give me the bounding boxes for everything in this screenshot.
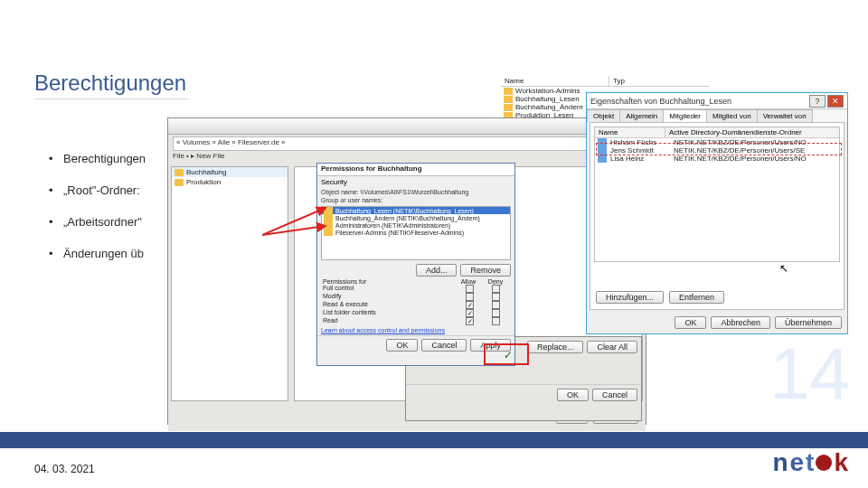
clear-all-button[interactable]: Clear All xyxy=(587,341,637,353)
help-button[interactable]: ? xyxy=(809,95,826,108)
bullet-item: Änderungen üb xyxy=(49,247,146,260)
user-icon xyxy=(598,155,607,163)
groups-label: Group or user names: xyxy=(317,196,514,204)
perm-col-allow: Allow xyxy=(455,278,482,285)
tab-verwaltet-von[interactable]: Verwaltet von xyxy=(757,109,813,122)
tab-security[interactable]: Security xyxy=(317,176,514,188)
col-name[interactable]: Name xyxy=(501,76,609,86)
user-icon xyxy=(598,146,607,155)
replace-button[interactable]: Replace... xyxy=(527,341,584,353)
tab-mitglieder[interactable]: Mitglieder xyxy=(663,109,707,122)
perm-col-deny: Deny xyxy=(482,278,509,285)
table-row[interactable]: Jens SchmidtNETIK.NET/KBZ/DE/Personen/Us… xyxy=(595,146,839,155)
deny-checkbox[interactable] xyxy=(492,309,500,317)
deny-checkbox[interactable] xyxy=(492,317,500,325)
window-titlebar[interactable] xyxy=(168,118,646,135)
group-item[interactable]: Buchhaltung_Ändern (NETIK\Buchhaltung_Än… xyxy=(322,214,510,221)
window-titlebar[interactable]: Eigenschaften von Buchhaltung_Lesen ? ✕ xyxy=(587,93,847,109)
folder-icon xyxy=(175,179,184,186)
page-number: 14 xyxy=(769,333,850,416)
allow-checkbox[interactable] xyxy=(466,285,474,293)
cancel-button[interactable]: Abbrechen xyxy=(711,316,770,329)
bullet-item: „Root"-Ordner: xyxy=(49,183,146,197)
group-icon xyxy=(324,207,333,214)
group-icon xyxy=(504,88,513,95)
dialog-title: Eigenschaften von Buchhaltung_Lesen xyxy=(590,97,731,106)
apply-button[interactable]: Übernehmen xyxy=(775,316,842,329)
col-path[interactable]: Active Directory-Domänendienste-Ordner xyxy=(665,127,806,137)
allow-checkbox[interactable]: ✓ xyxy=(466,309,474,317)
folder-item[interactable]: Buchhaltung xyxy=(172,167,288,177)
logo-dot-icon xyxy=(816,455,832,471)
deny-checkbox[interactable] xyxy=(492,293,500,301)
group-item[interactable]: Buchhaltung_Lesen (NETIK\Buchhaltung_Les… xyxy=(322,207,510,214)
logo: netk xyxy=(772,448,848,477)
add-button[interactable]: Hinzufügen... xyxy=(596,291,664,304)
group-icon xyxy=(324,221,333,229)
allow-checkbox[interactable] xyxy=(466,293,474,301)
deny-checkbox[interactable] xyxy=(492,301,500,309)
group-icon xyxy=(504,96,513,103)
bullet-list: Berechtigungen „Root"-Ordner: „Arbeitsor… xyxy=(49,152,146,278)
close-button[interactable]: ✕ xyxy=(827,95,844,108)
footer-bar xyxy=(0,432,868,448)
col-name[interactable]: Name xyxy=(595,127,665,137)
ok-button[interactable]: OK xyxy=(675,316,706,329)
tab-allgemein[interactable]: Allgemein xyxy=(619,109,664,122)
user-icon xyxy=(598,138,607,146)
group-icon xyxy=(324,229,333,236)
table-row[interactable]: Hicham FüchsNETIK.NET/KBZ/DE/Personen/Us… xyxy=(595,138,839,146)
cancel-button[interactable]: Cancel xyxy=(592,389,637,401)
members-table[interactable]: NameActive Directory-Domänendienste-Ordn… xyxy=(594,127,840,262)
allow-checkbox[interactable]: ✓ xyxy=(466,317,474,325)
annotation-highlight-box: ✓ xyxy=(484,343,529,365)
table-row[interactable]: Lisa HeinzNETIK.NET/KBZ/DE/Personen/User… xyxy=(595,155,839,163)
slide-date: 04. 03. 2021 xyxy=(34,463,95,475)
tabs: Objekt Allgemein Mitglieder Mitglied von… xyxy=(587,109,847,122)
properties-dialog: Eigenschaften von Buchhaltung_Lesen ? ✕ … xyxy=(586,92,848,334)
checkmark-icon: ✓ xyxy=(504,349,513,361)
groups-listbox[interactable]: Buchhaltung_Lesen (NETIK\Buchhaltung_Les… xyxy=(321,206,511,260)
dialog-title[interactable]: Permissions for Buchhaltung xyxy=(317,164,514,176)
perm-row: List folder contents✓ xyxy=(317,309,514,317)
perm-col-name: Permissions for xyxy=(323,278,455,285)
perm-row: Modify xyxy=(317,293,514,301)
cursor-icon: ↖ xyxy=(779,262,788,275)
allow-checkbox[interactable]: ✓ xyxy=(466,301,474,309)
group-icon xyxy=(504,104,513,111)
ok-button[interactable]: OK xyxy=(386,339,418,352)
perm-row: Full control xyxy=(317,285,514,293)
group-item[interactable]: Fileserver-Admins (NETIK\Fileserver-Admi… xyxy=(322,229,510,236)
group-item[interactable]: Administratoren (NETIK\Administratoren) xyxy=(322,221,510,229)
bullet-item: „Arbeitsordner" xyxy=(49,215,146,229)
remove-button[interactable]: Remove xyxy=(460,264,511,277)
tab-objekt[interactable]: Objekt xyxy=(587,109,620,122)
bullet-item: Berechtigungen xyxy=(49,152,146,165)
folder-item[interactable]: Produktion xyxy=(172,177,288,187)
col-type[interactable]: Typ xyxy=(609,76,628,86)
folder-tree[interactable]: Buchhaltung Produktion xyxy=(171,166,288,401)
deny-checkbox[interactable] xyxy=(492,285,500,293)
slide-title: Berechtigungen xyxy=(34,70,188,99)
address-bar[interactable]: « Volumes » Alle » Fileserver.de » xyxy=(173,136,641,151)
object-name-label: Object name: \\Volumes\All\FS1\Wurzel\Bu… xyxy=(317,188,514,196)
folder-icon xyxy=(175,169,184,176)
group-icon xyxy=(324,214,333,221)
ok-button[interactable]: OK xyxy=(557,389,589,401)
permissions-dialog: Permissions for Buchhaltung Security Obj… xyxy=(316,163,515,366)
add-button[interactable]: Add... xyxy=(416,264,458,277)
tab-mitglied-von[interactable]: Mitglied von xyxy=(706,109,758,122)
perm-row: Read✓ xyxy=(317,317,514,325)
learn-more-link[interactable]: Learn about access control and permissio… xyxy=(317,325,514,335)
perm-row: Read & execute✓ xyxy=(317,301,514,309)
cancel-button[interactable]: Cancel xyxy=(421,339,467,352)
toolbar[interactable]: File • ▸ New File xyxy=(168,151,646,164)
remove-button[interactable]: Entfernen xyxy=(669,291,724,304)
